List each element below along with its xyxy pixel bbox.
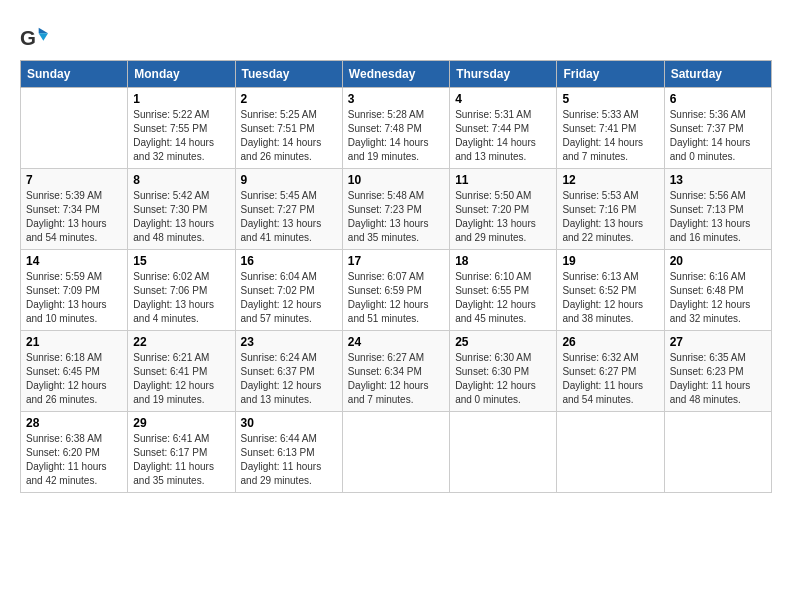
col-header-thursday: Thursday (450, 61, 557, 88)
calendar-cell: 4Sunrise: 5:31 AM Sunset: 7:44 PM Daylig… (450, 88, 557, 169)
day-number: 2 (241, 92, 337, 106)
day-info: Sunrise: 5:33 AM Sunset: 7:41 PM Dayligh… (562, 108, 658, 164)
calendar-cell: 17Sunrise: 6:07 AM Sunset: 6:59 PM Dayli… (342, 250, 449, 331)
day-number: 21 (26, 335, 122, 349)
day-number: 27 (670, 335, 766, 349)
day-number: 10 (348, 173, 444, 187)
calendar-cell: 5Sunrise: 5:33 AM Sunset: 7:41 PM Daylig… (557, 88, 664, 169)
day-info: Sunrise: 5:45 AM Sunset: 7:27 PM Dayligh… (241, 189, 337, 245)
day-number: 24 (348, 335, 444, 349)
day-number: 18 (455, 254, 551, 268)
day-info: Sunrise: 6:07 AM Sunset: 6:59 PM Dayligh… (348, 270, 444, 326)
day-number: 3 (348, 92, 444, 106)
calendar-week-row: 21Sunrise: 6:18 AM Sunset: 6:45 PM Dayli… (21, 331, 772, 412)
calendar-cell: 13Sunrise: 5:56 AM Sunset: 7:13 PM Dayli… (664, 169, 771, 250)
day-info: Sunrise: 6:18 AM Sunset: 6:45 PM Dayligh… (26, 351, 122, 407)
day-number: 16 (241, 254, 337, 268)
calendar-cell: 22Sunrise: 6:21 AM Sunset: 6:41 PM Dayli… (128, 331, 235, 412)
day-info: Sunrise: 6:02 AM Sunset: 7:06 PM Dayligh… (133, 270, 229, 326)
calendar-week-row: 7Sunrise: 5:39 AM Sunset: 7:34 PM Daylig… (21, 169, 772, 250)
col-header-friday: Friday (557, 61, 664, 88)
calendar-cell: 18Sunrise: 6:10 AM Sunset: 6:55 PM Dayli… (450, 250, 557, 331)
day-number: 23 (241, 335, 337, 349)
day-number: 15 (133, 254, 229, 268)
calendar-cell: 21Sunrise: 6:18 AM Sunset: 6:45 PM Dayli… (21, 331, 128, 412)
day-info: Sunrise: 5:50 AM Sunset: 7:20 PM Dayligh… (455, 189, 551, 245)
calendar-week-row: 28Sunrise: 6:38 AM Sunset: 6:20 PM Dayli… (21, 412, 772, 493)
calendar-week-row: 14Sunrise: 5:59 AM Sunset: 7:09 PM Dayli… (21, 250, 772, 331)
day-number: 9 (241, 173, 337, 187)
svg-marker-1 (39, 28, 48, 34)
day-number: 8 (133, 173, 229, 187)
day-info: Sunrise: 6:13 AM Sunset: 6:52 PM Dayligh… (562, 270, 658, 326)
day-info: Sunrise: 6:21 AM Sunset: 6:41 PM Dayligh… (133, 351, 229, 407)
day-info: Sunrise: 5:42 AM Sunset: 7:30 PM Dayligh… (133, 189, 229, 245)
calendar-cell: 15Sunrise: 6:02 AM Sunset: 7:06 PM Dayli… (128, 250, 235, 331)
calendar-cell: 28Sunrise: 6:38 AM Sunset: 6:20 PM Dayli… (21, 412, 128, 493)
day-number: 12 (562, 173, 658, 187)
day-number: 25 (455, 335, 551, 349)
logo: G (20, 24, 50, 52)
col-header-wednesday: Wednesday (342, 61, 449, 88)
calendar-week-row: 1Sunrise: 5:22 AM Sunset: 7:55 PM Daylig… (21, 88, 772, 169)
day-info: Sunrise: 6:44 AM Sunset: 6:13 PM Dayligh… (241, 432, 337, 488)
logo-icon: G (20, 24, 48, 52)
day-info: Sunrise: 6:32 AM Sunset: 6:27 PM Dayligh… (562, 351, 658, 407)
day-number: 6 (670, 92, 766, 106)
calendar-cell: 10Sunrise: 5:48 AM Sunset: 7:23 PM Dayli… (342, 169, 449, 250)
calendar-cell: 8Sunrise: 5:42 AM Sunset: 7:30 PM Daylig… (128, 169, 235, 250)
col-header-saturday: Saturday (664, 61, 771, 88)
day-number: 7 (26, 173, 122, 187)
svg-marker-2 (39, 33, 48, 40)
calendar-cell: 1Sunrise: 5:22 AM Sunset: 7:55 PM Daylig… (128, 88, 235, 169)
calendar-table: SundayMondayTuesdayWednesdayThursdayFrid… (20, 60, 772, 493)
day-info: Sunrise: 6:10 AM Sunset: 6:55 PM Dayligh… (455, 270, 551, 326)
calendar-cell: 23Sunrise: 6:24 AM Sunset: 6:37 PM Dayli… (235, 331, 342, 412)
day-number: 20 (670, 254, 766, 268)
calendar-cell (342, 412, 449, 493)
day-info: Sunrise: 6:16 AM Sunset: 6:48 PM Dayligh… (670, 270, 766, 326)
calendar-cell: 29Sunrise: 6:41 AM Sunset: 6:17 PM Dayli… (128, 412, 235, 493)
day-info: Sunrise: 5:22 AM Sunset: 7:55 PM Dayligh… (133, 108, 229, 164)
day-number: 1 (133, 92, 229, 106)
calendar-cell: 20Sunrise: 6:16 AM Sunset: 6:48 PM Dayli… (664, 250, 771, 331)
day-info: Sunrise: 5:31 AM Sunset: 7:44 PM Dayligh… (455, 108, 551, 164)
col-header-monday: Monday (128, 61, 235, 88)
day-info: Sunrise: 5:59 AM Sunset: 7:09 PM Dayligh… (26, 270, 122, 326)
day-info: Sunrise: 5:48 AM Sunset: 7:23 PM Dayligh… (348, 189, 444, 245)
calendar-cell: 9Sunrise: 5:45 AM Sunset: 7:27 PM Daylig… (235, 169, 342, 250)
calendar-cell: 2Sunrise: 5:25 AM Sunset: 7:51 PM Daylig… (235, 88, 342, 169)
calendar-cell: 12Sunrise: 5:53 AM Sunset: 7:16 PM Dayli… (557, 169, 664, 250)
day-info: Sunrise: 5:28 AM Sunset: 7:48 PM Dayligh… (348, 108, 444, 164)
col-header-sunday: Sunday (21, 61, 128, 88)
day-number: 29 (133, 416, 229, 430)
day-number: 4 (455, 92, 551, 106)
day-number: 17 (348, 254, 444, 268)
calendar-cell: 6Sunrise: 5:36 AM Sunset: 7:37 PM Daylig… (664, 88, 771, 169)
calendar-cell: 11Sunrise: 5:50 AM Sunset: 7:20 PM Dayli… (450, 169, 557, 250)
day-number: 5 (562, 92, 658, 106)
day-info: Sunrise: 5:53 AM Sunset: 7:16 PM Dayligh… (562, 189, 658, 245)
day-number: 13 (670, 173, 766, 187)
day-number: 19 (562, 254, 658, 268)
calendar-cell: 3Sunrise: 5:28 AM Sunset: 7:48 PM Daylig… (342, 88, 449, 169)
calendar-header-row: SundayMondayTuesdayWednesdayThursdayFrid… (21, 61, 772, 88)
day-info: Sunrise: 6:27 AM Sunset: 6:34 PM Dayligh… (348, 351, 444, 407)
calendar-cell (557, 412, 664, 493)
day-number: 28 (26, 416, 122, 430)
calendar-cell: 26Sunrise: 6:32 AM Sunset: 6:27 PM Dayli… (557, 331, 664, 412)
calendar-cell: 16Sunrise: 6:04 AM Sunset: 7:02 PM Dayli… (235, 250, 342, 331)
calendar-cell: 30Sunrise: 6:44 AM Sunset: 6:13 PM Dayli… (235, 412, 342, 493)
day-info: Sunrise: 6:24 AM Sunset: 6:37 PM Dayligh… (241, 351, 337, 407)
calendar-cell: 14Sunrise: 5:59 AM Sunset: 7:09 PM Dayli… (21, 250, 128, 331)
calendar-cell (450, 412, 557, 493)
day-info: Sunrise: 5:36 AM Sunset: 7:37 PM Dayligh… (670, 108, 766, 164)
page-header: G (20, 20, 772, 52)
day-info: Sunrise: 6:38 AM Sunset: 6:20 PM Dayligh… (26, 432, 122, 488)
col-header-tuesday: Tuesday (235, 61, 342, 88)
day-info: Sunrise: 6:30 AM Sunset: 6:30 PM Dayligh… (455, 351, 551, 407)
calendar-cell (664, 412, 771, 493)
calendar-cell: 19Sunrise: 6:13 AM Sunset: 6:52 PM Dayli… (557, 250, 664, 331)
calendar-cell: 25Sunrise: 6:30 AM Sunset: 6:30 PM Dayli… (450, 331, 557, 412)
day-number: 14 (26, 254, 122, 268)
